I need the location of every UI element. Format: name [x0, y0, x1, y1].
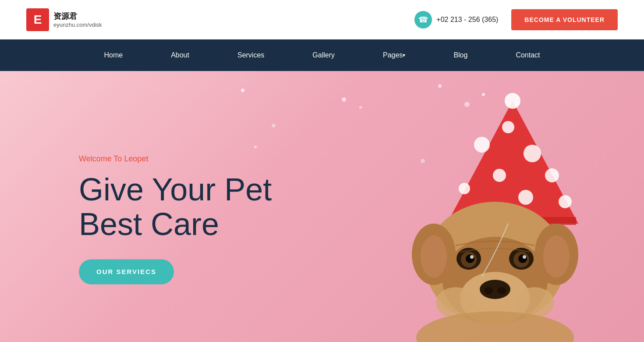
svg-point-10 — [505, 93, 520, 109]
volunteer-button[interactable]: BECOME A VOLUNTEER — [511, 9, 618, 30]
svg-point-25 — [523, 255, 526, 259]
nav-item-blog[interactable]: Blog — [429, 39, 492, 71]
main-nav: Home About Services Gallery Pages Blog C… — [0, 39, 644, 71]
hero-section: Welcome To Leopet Give Your Pet Best Car… — [0, 71, 644, 342]
hero-dog-image — [294, 88, 600, 342]
svg-point-3 — [524, 145, 541, 162]
svg-point-7 — [459, 183, 470, 194]
svg-point-17 — [497, 287, 506, 294]
nav-item-pages[interactable]: Pages — [359, 39, 429, 71]
svg-point-6 — [518, 190, 533, 205]
svg-point-22 — [466, 254, 474, 263]
svg-point-16 — [484, 287, 493, 294]
logo-url: eyunzhu.com/vdisk — [53, 21, 102, 28]
hero-cta-button[interactable]: OUR SERVIECS — [79, 260, 174, 285]
phone-area: ☎ +02 213 - 256 (365) — [414, 11, 498, 28]
hero-title-line2: Best Care — [79, 207, 219, 242]
nav-item-services[interactable]: Services — [213, 39, 288, 71]
nav-item-about[interactable]: About — [147, 39, 213, 71]
nav-item-gallery[interactable]: Gallery — [288, 39, 359, 71]
svg-point-23 — [518, 254, 527, 263]
hero-title: Give Your Pet Best Care — [79, 172, 272, 242]
confetti-7 — [272, 124, 276, 128]
confetti-1 — [241, 89, 244, 92]
svg-point-32 — [416, 311, 574, 342]
nav-item-contact[interactable]: Contact — [492, 39, 564, 71]
svg-point-28 — [421, 235, 447, 278]
phone-icon: ☎ — [414, 11, 432, 28]
phone-number: +02 213 - 256 (365) — [436, 16, 498, 24]
hero-content: Welcome To Leopet Give Your Pet Best Car… — [79, 154, 272, 284]
svg-point-2 — [502, 121, 514, 133]
logo-title: 资源君 — [53, 11, 102, 21]
nav-item-home[interactable]: Home — [80, 39, 147, 71]
header-right: ☎ +02 213 - 256 (365) BECOME A VOLUNTEER — [414, 9, 618, 30]
hero-title-line1: Give Your Pet — [79, 172, 272, 207]
logo-text: 资源君 eyunzhu.com/vdisk — [53, 11, 102, 28]
svg-point-24 — [470, 255, 474, 259]
svg-point-5 — [493, 169, 506, 182]
logo-area[interactable]: E 资源君 eyunzhu.com/vdisk — [26, 8, 102, 31]
svg-point-4 — [545, 168, 559, 182]
site-header: E 资源君 eyunzhu.com/vdisk ☎ +02 213 - 256 … — [0, 0, 644, 39]
svg-point-8 — [559, 195, 572, 208]
svg-point-1 — [474, 137, 490, 153]
confetti-4 — [438, 84, 442, 88]
confetti-8 — [254, 146, 257, 148]
hero-subtitle: Welcome To Leopet — [79, 154, 272, 164]
svg-point-15 — [480, 280, 510, 299]
logo-icon: E — [26, 8, 49, 31]
svg-point-29 — [543, 235, 570, 278]
